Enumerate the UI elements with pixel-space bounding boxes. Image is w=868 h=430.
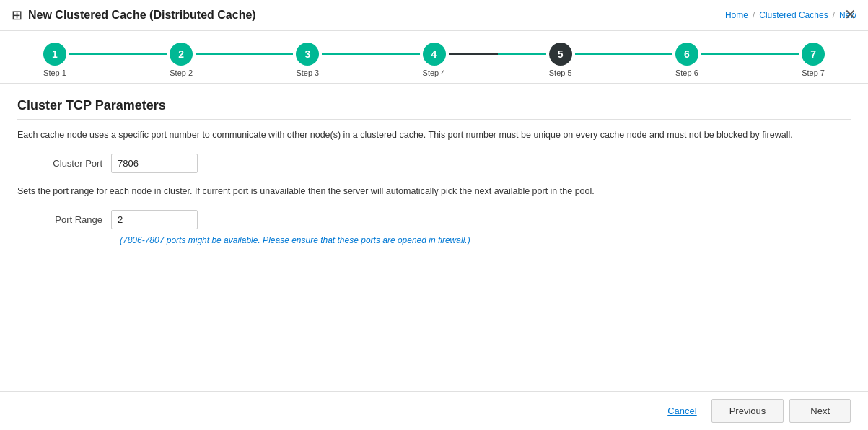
connector-3-4 [322, 53, 419, 55]
step-5-label: Step 5 [549, 69, 572, 77]
step-5: 5 Step 5 [549, 43, 572, 77]
cluster-port-info-text: Each cache node uses a specific port num… [17, 128, 851, 142]
modal-content: Cluster TCP Parameters Each cache node u… [0, 84, 868, 391]
port-range-label: Port Range [17, 214, 111, 225]
connector-2-3 [196, 53, 293, 55]
next-button[interactable]: Next [789, 399, 851, 423]
port-hint-text: (7806-7807 ports might be available. Ple… [120, 235, 851, 245]
step-4-label: Step 4 [423, 69, 446, 77]
step-6: 6 Step 6 [675, 43, 698, 77]
modal-footer: Cancel Previous Next [0, 391, 868, 430]
cluster-port-row: Cluster Port [17, 154, 851, 173]
modal-header: ⊞ New Clustered Cache (Distributed Cache… [0, 0, 868, 31]
cluster-port-label: Cluster Port [17, 158, 111, 169]
previous-button[interactable]: Previous [711, 399, 784, 423]
cancel-button[interactable]: Cancel [659, 400, 705, 422]
title-area: ⊞ New Clustered Cache (Distributed Cache… [12, 7, 256, 23]
connector-5-6 [575, 53, 672, 55]
connector-4-5 [449, 53, 546, 55]
step-4-circle: 4 [423, 43, 446, 66]
stepper: 1 Step 1 2 Step 2 3 Step 3 4 Step 4 [43, 43, 825, 77]
step-6-circle: 6 [675, 43, 698, 66]
step-7: 7 Step 7 [802, 43, 825, 77]
step-5-circle: 5 [549, 43, 572, 66]
port-range-row: Port Range [17, 210, 851, 229]
modal-container: ⊞ New Clustered Cache (Distributed Cache… [0, 0, 868, 430]
connector-6-7 [701, 53, 799, 55]
step-4: 4 Step 4 [423, 43, 446, 77]
step-2-circle: 2 [170, 43, 193, 66]
step-1-circle: 1 [43, 43, 66, 66]
breadcrumb-clustered-caches[interactable]: Clustered Caches [759, 10, 828, 20]
step-3: 3 Step 3 [296, 43, 319, 77]
modal-title: New Clustered Cache (Distributed Cache) [28, 9, 256, 22]
app-icon: ⊞ [12, 7, 22, 23]
step-3-label: Step 3 [296, 69, 319, 77]
connector-1-2 [69, 53, 167, 55]
step-1: 1 Step 1 [43, 43, 66, 77]
cluster-port-input[interactable] [111, 154, 198, 173]
section-title: Cluster TCP Parameters [17, 98, 851, 120]
breadcrumb-sep-1: / [753, 10, 755, 20]
step-2: 2 Step 2 [170, 43, 193, 77]
breadcrumb-home[interactable]: Home [725, 10, 748, 20]
port-range-input[interactable] [111, 210, 198, 229]
step-7-circle: 7 [802, 43, 825, 66]
step-2-label: Step 2 [170, 69, 193, 77]
stepper-container: 1 Step 1 2 Step 2 3 Step 3 4 Step 4 [0, 31, 868, 84]
breadcrumb-sep-2: / [833, 10, 835, 20]
close-button[interactable]: ✕ [844, 7, 856, 22]
breadcrumb: Home / Clustered Caches / New [725, 10, 856, 20]
port-range-info-text: Sets the port range for each node in clu… [17, 185, 851, 198]
step-6-label: Step 6 [675, 69, 698, 77]
step-1-label: Step 1 [43, 69, 66, 77]
step-3-circle: 3 [296, 43, 319, 66]
step-7-label: Step 7 [802, 69, 825, 77]
